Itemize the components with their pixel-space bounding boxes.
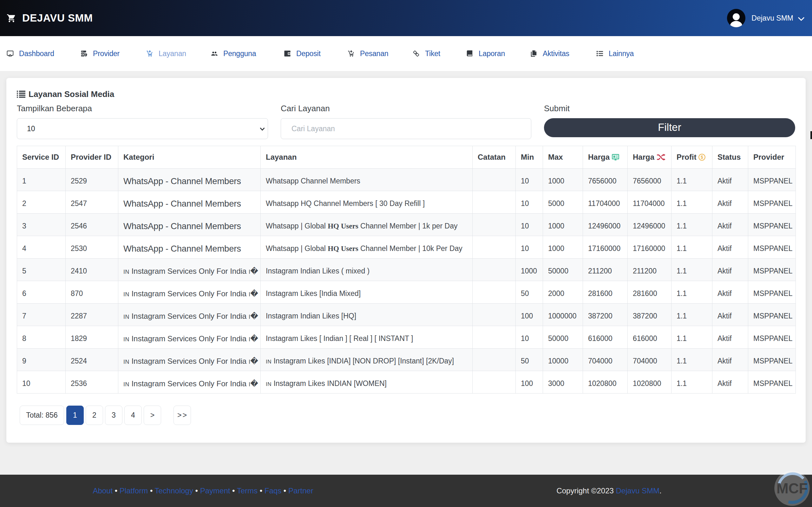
- svg-text:MCF: MCF: [776, 481, 808, 497]
- svg-text:$: $: [701, 155, 703, 160]
